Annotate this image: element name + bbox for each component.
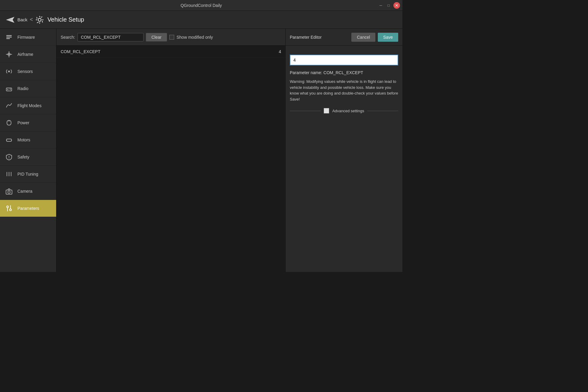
sidebar-item-safety[interactable]: Safety	[0, 149, 56, 166]
panel-content: Parameter name: COM_RCL_EXCEPT Warning: …	[286, 46, 402, 272]
advanced-line-right	[367, 111, 398, 111]
sidebar-item-safety-label: Safety	[17, 155, 29, 159]
sidebar-item-radio-label: Radio	[17, 86, 29, 91]
radio-icon	[5, 84, 13, 93]
editor-title: Parameter Editor	[290, 35, 349, 40]
sidebar-item-sensors-label: Sensors	[17, 69, 33, 74]
svg-rect-4	[6, 37, 12, 38]
sidebar-item-pid-tuning[interactable]: PID Tuning	[0, 166, 56, 183]
svg-rect-15	[7, 139, 11, 141]
titlebar: QGroundControl Daily ─ □ ✕	[0, 0, 402, 11]
header: Back < Vehicle Setup	[0, 11, 402, 29]
sidebar-item-airframe[interactable]: Airframe	[0, 46, 56, 63]
sidebar: Firmware Airframe Sensors Radio Flight M	[0, 29, 56, 272]
svg-rect-1	[8, 19, 12, 20]
power-icon	[5, 119, 13, 127]
sidebar-item-camera-label: Camera	[17, 189, 32, 194]
safety-icon	[5, 153, 13, 161]
table-row[interactable]: COM_RCL_EXCEPT 4	[56, 46, 285, 58]
search-label: Search:	[61, 35, 75, 40]
sidebar-item-motors-label: Motors	[17, 137, 30, 142]
search-bar: Search: Clear Show modified only	[56, 29, 285, 46]
motors-icon	[5, 136, 13, 144]
titlebar-controls: ─ □ ✕	[378, 2, 400, 9]
svg-point-27	[8, 191, 10, 193]
pid-tuning-icon	[5, 170, 13, 178]
sensors-icon	[5, 67, 13, 76]
param-value-cell: 4	[269, 49, 281, 54]
advanced-settings-row: Advanced settings	[290, 108, 398, 113]
svg-rect-10	[6, 88, 12, 91]
sidebar-item-airframe-label: Airframe	[17, 52, 33, 57]
cancel-button[interactable]: Cancel	[351, 33, 375, 42]
parameter-list: COM_RCL_EXCEPT 4	[56, 46, 285, 272]
back-button[interactable]: Back	[5, 14, 27, 25]
content-area: Search: Clear Show modified only COM_RCL…	[56, 29, 285, 272]
show-modified-checkbox[interactable]	[169, 35, 174, 40]
sidebar-item-power-label: Power	[17, 120, 29, 125]
airframe-icon	[5, 50, 13, 59]
app-title: QGroundControl Daily	[180, 3, 222, 8]
sidebar-item-power[interactable]: Power	[0, 114, 56, 131]
svg-point-19	[9, 158, 9, 159]
show-modified-toggle[interactable]: Show modified only	[169, 35, 213, 40]
sidebar-item-pid-tuning-label: PID Tuning	[17, 172, 38, 176]
sidebar-item-flight-modes[interactable]: Flight Modes	[0, 97, 56, 114]
sidebar-item-sensors[interactable]: Sensors	[0, 63, 56, 80]
panel-header: Parameter Editor Cancel Save	[286, 29, 402, 46]
advanced-settings-checkbox[interactable]	[324, 108, 329, 113]
svg-point-29	[10, 209, 11, 211]
svg-point-28	[7, 206, 8, 208]
camera-icon	[5, 187, 13, 195]
param-name-label: Parameter name: COM_RCL_EXCEPT	[290, 70, 398, 75]
sidebar-item-camera[interactable]: Camera	[0, 183, 56, 200]
minimize-button[interactable]: ─	[378, 2, 384, 8]
search-input[interactable]	[77, 33, 144, 41]
svg-point-11	[7, 89, 8, 90]
svg-point-9	[8, 71, 10, 72]
plane-icon	[5, 14, 16, 25]
sidebar-item-radio[interactable]: Radio	[0, 80, 56, 97]
sidebar-item-motors[interactable]: Motors	[0, 131, 56, 149]
close-button[interactable]: ✕	[393, 2, 400, 9]
page-title: Vehicle Setup	[47, 16, 84, 23]
chevron-separator: <	[30, 17, 33, 23]
advanced-line-left	[290, 111, 321, 111]
firmware-icon	[5, 33, 13, 41]
svg-point-2	[38, 18, 41, 21]
maximize-button[interactable]: □	[386, 2, 392, 8]
sidebar-item-firmware[interactable]: Firmware	[0, 29, 56, 46]
save-button[interactable]: Save	[378, 33, 398, 42]
svg-rect-5	[6, 38, 10, 39]
gear-icon	[34, 14, 45, 25]
show-modified-label: Show modified only	[177, 35, 213, 40]
parameters-icon	[5, 204, 13, 213]
value-input[interactable]	[290, 55, 398, 65]
sidebar-item-parameters[interactable]: Parameters	[0, 200, 56, 217]
param-name-cell: COM_RCL_EXCEPT	[61, 49, 269, 54]
flight-modes-icon	[5, 101, 13, 110]
sidebar-item-parameters-label: Parameters	[17, 206, 39, 211]
back-label: Back	[17, 17, 27, 22]
right-panel: Parameter Editor Cancel Save Parameter n…	[285, 29, 402, 272]
warning-text: Warning: Modifying values while vehicle …	[290, 79, 398, 102]
main-layout: Firmware Airframe Sensors Radio Flight M	[0, 29, 402, 272]
svg-rect-3	[6, 35, 12, 36]
sidebar-item-flight-modes-label: Flight Modes	[17, 103, 41, 108]
clear-button[interactable]: Clear	[146, 33, 167, 41]
sidebar-item-firmware-label: Firmware	[17, 35, 35, 40]
advanced-settings-label: Advanced settings	[332, 109, 364, 113]
